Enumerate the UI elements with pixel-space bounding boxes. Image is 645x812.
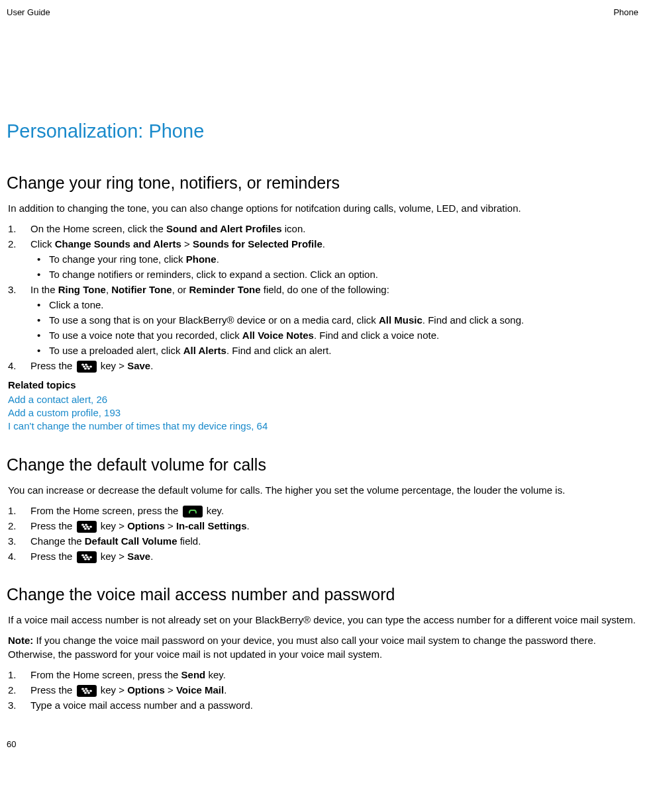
sub-item: Click a tone. bbox=[30, 298, 638, 312]
sub-item: To use a song that is on your BlackBerry… bbox=[30, 313, 638, 327]
related-topics: Related topics Add a contact alert, 26 A… bbox=[7, 378, 638, 433]
blackberry-key-icon bbox=[77, 361, 97, 373]
blackberry-key-icon bbox=[77, 685, 97, 697]
svg-point-8 bbox=[85, 523, 87, 525]
step-item: On the Home screen, click the Sound and … bbox=[7, 222, 638, 236]
header-left: User Guide bbox=[7, 7, 50, 19]
sub-list: Click a tone. To use a song that is on y… bbox=[30, 298, 638, 357]
svg-point-20 bbox=[87, 558, 90, 560]
related-link[interactable]: Add a contact alert, 26 bbox=[8, 393, 638, 406]
svg-point-27 bbox=[87, 692, 90, 694]
section-voicemail: Change the voice mail access number and … bbox=[7, 583, 638, 712]
svg-point-7 bbox=[81, 523, 84, 525]
blackberry-key-icon bbox=[77, 551, 97, 563]
step-item: From the Home screen, press the key. bbox=[7, 504, 638, 518]
step-item: Press the key > Options > In-call Settin… bbox=[7, 519, 638, 533]
svg-point-11 bbox=[89, 525, 92, 527]
svg-point-26 bbox=[84, 692, 87, 694]
note-text: Note: If you change the voice mail passw… bbox=[8, 633, 638, 661]
page-number: 60 bbox=[7, 739, 638, 750]
step-item: Press the key > Options > Voice Mail. bbox=[7, 683, 638, 697]
svg-point-23 bbox=[83, 690, 85, 692]
intro-text: You can increase or decrease the default… bbox=[8, 483, 638, 497]
section-title: Change your ring tone, notifiers, or rem… bbox=[7, 171, 638, 195]
svg-point-3 bbox=[86, 365, 89, 367]
sub-item: To use a preloaded alert, click All Aler… bbox=[30, 343, 638, 357]
section-title: Change the default volume for calls bbox=[7, 453, 638, 476]
svg-point-22 bbox=[85, 688, 87, 690]
page-header: User Guide Phone bbox=[7, 7, 638, 19]
svg-point-6 bbox=[87, 367, 90, 369]
svg-point-0 bbox=[81, 363, 84, 365]
step-item: From the Home screen, press the Send key… bbox=[7, 668, 638, 682]
svg-point-21 bbox=[81, 688, 84, 690]
step-list: From the Home screen, press the Send key… bbox=[7, 668, 638, 712]
svg-point-24 bbox=[86, 690, 89, 692]
svg-point-14 bbox=[81, 554, 84, 556]
step-list: From the Home screen, press the key. Pre… bbox=[7, 504, 638, 563]
svg-point-12 bbox=[84, 527, 87, 529]
svg-point-16 bbox=[83, 556, 85, 558]
svg-point-25 bbox=[89, 690, 92, 692]
blackberry-key-icon bbox=[77, 521, 97, 533]
step-list: On the Home screen, click the Sound and … bbox=[7, 222, 638, 373]
svg-point-13 bbox=[87, 527, 90, 529]
section-volume: Change the default volume for calls You … bbox=[7, 453, 638, 563]
svg-point-18 bbox=[89, 556, 92, 558]
sub-item: To change notifiers or reminders, click … bbox=[30, 267, 638, 281]
body-text: If a voice mail access number is not alr… bbox=[8, 613, 638, 627]
svg-point-2 bbox=[83, 365, 85, 367]
svg-point-5 bbox=[84, 367, 87, 369]
step-item: Type a voice mail access number and a pa… bbox=[7, 698, 638, 712]
sub-item: To use a voice note that you recorded, c… bbox=[30, 328, 638, 342]
step-item: Change the Default Call Volume field. bbox=[7, 534, 638, 548]
related-link[interactable]: I can't change the number of times that … bbox=[8, 420, 638, 433]
svg-point-19 bbox=[84, 558, 87, 560]
section-ringtone: Change your ring tone, notifiers, or rem… bbox=[7, 171, 638, 433]
intro-text: In addition to changing the tone, you ca… bbox=[8, 201, 638, 215]
svg-point-9 bbox=[83, 525, 85, 527]
section-title: Change the voice mail access number and … bbox=[7, 583, 638, 606]
related-link[interactable]: Add a custom profile, 193 bbox=[8, 406, 638, 420]
related-title: Related topics bbox=[8, 378, 638, 392]
step-item: Click Change Sounds and Alerts > Sounds … bbox=[7, 237, 638, 281]
step-item: In the Ring Tone, Notifier Tone, or Remi… bbox=[7, 283, 638, 357]
svg-point-4 bbox=[89, 365, 92, 367]
svg-point-10 bbox=[86, 525, 89, 527]
main-title: Personalization: Phone bbox=[7, 118, 638, 145]
header-right: Phone bbox=[613, 7, 638, 19]
sub-item: To change your ring tone, click Phone. bbox=[30, 252, 638, 266]
step-item: Press the key > Save. bbox=[7, 359, 638, 373]
send-key-icon bbox=[183, 506, 203, 518]
svg-point-15 bbox=[85, 554, 87, 556]
step-item: Press the key > Save. bbox=[7, 549, 638, 563]
sub-list: To change your ring tone, click Phone. T… bbox=[30, 252, 638, 281]
svg-point-1 bbox=[85, 363, 87, 365]
svg-point-17 bbox=[86, 556, 89, 558]
